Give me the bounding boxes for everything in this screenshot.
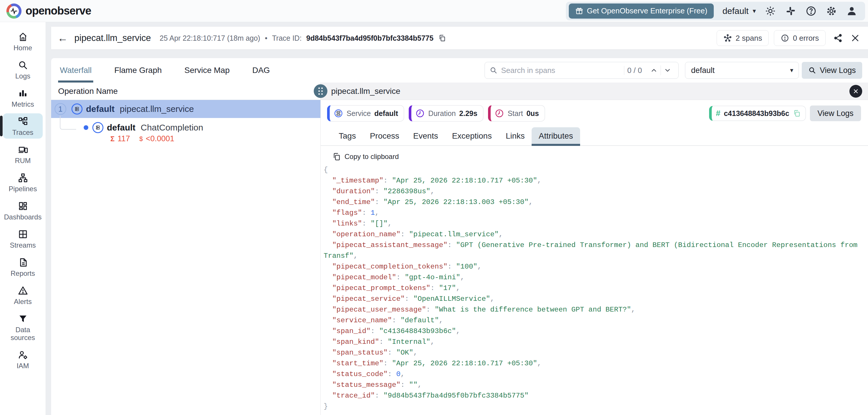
spans-count-badge[interactable]: 2 spans: [717, 30, 769, 46]
sidebar-item-logs[interactable]: Logs: [3, 57, 43, 82]
service-chip: Service default: [327, 105, 404, 121]
account-icon[interactable]: [846, 5, 858, 17]
token-count: 117: [117, 134, 130, 143]
tab-tags[interactable]: Tags: [332, 127, 363, 145]
error-circle-icon: [781, 34, 789, 42]
chevron-down-icon: ▾: [790, 66, 793, 74]
org-selector[interactable]: default ▾: [722, 6, 756, 16]
tab-service-map[interactable]: Service Map: [183, 58, 231, 83]
sidebar-item-streams[interactable]: Streams: [3, 226, 43, 251]
chip-label: Service: [347, 109, 371, 118]
tab-waterfall[interactable]: Waterfall: [58, 58, 93, 83]
sidebar-item-label: IAM: [17, 362, 29, 370]
copy-span-id-icon[interactable]: [793, 109, 801, 117]
trace-id-label: Trace ID:: [272, 34, 302, 42]
chip-value: default: [374, 109, 398, 118]
view-logs-button[interactable]: View Logs: [802, 62, 862, 79]
service-icon: [334, 109, 343, 118]
settings-icon[interactable]: [826, 5, 837, 17]
cost-value: <0.0001: [146, 134, 174, 143]
slack-icon[interactable]: [785, 5, 797, 17]
clock-icon: [495, 109, 504, 118]
trace-view-toolbar: Waterfall Flame Graph Service Map DAG 0 …: [51, 58, 868, 83]
span-search-input[interactable]: [501, 66, 624, 75]
sidebar-item-alerts[interactable]: Alerts: [3, 283, 43, 308]
tab-links[interactable]: Links: [499, 127, 532, 145]
sidebar-item-home[interactable]: Home: [3, 29, 43, 54]
sidebar-item-label: Alerts: [14, 298, 32, 305]
enterprise-button-label: Get OpenObserve Enterprise (Free): [587, 6, 707, 16]
tree-connector: [60, 116, 76, 129]
duration-chip: Duration 2.29s: [409, 105, 484, 121]
tab-dag[interactable]: DAG: [250, 58, 272, 83]
sidebar-item-label: Metrics: [11, 100, 34, 108]
sidebar-item-pipelines[interactable]: Pipelines: [3, 170, 43, 195]
spans-count-label: 2 spans: [736, 34, 762, 43]
sidebar-item-label: Reports: [10, 269, 35, 277]
copy-to-clipboard-button[interactable]: Copy to clipboard: [332, 152, 868, 161]
sidebar-item-label: Dashboards: [4, 213, 41, 221]
span-id-value: c413648843b93b6c: [724, 109, 789, 118]
top-bar: openobserve Get OpenObserve Enterprise (…: [0, 0, 868, 22]
org-selector-value: default: [722, 6, 749, 16]
panel-drag-handle[interactable]: [314, 84, 328, 98]
sidebar-item-iam[interactable]: IAM: [3, 347, 43, 372]
span-row-child[interactable]: default ChatCompletion Σ 117 $ <0.0001: [51, 118, 320, 145]
sidebar-item-metrics[interactable]: Metrics: [3, 85, 43, 111]
help-icon[interactable]: [805, 5, 817, 17]
search-match-counter: 0 / 0: [624, 66, 647, 75]
trace-timestamp: 25 Apr 22:18:10:717 (18m ago): [160, 34, 260, 42]
service-icon: [92, 122, 103, 133]
service-icon: [71, 103, 83, 115]
errors-count-badge[interactable]: 0 errors: [774, 30, 826, 46]
tab-process[interactable]: Process: [363, 127, 406, 145]
sidebar-item-rum[interactable]: RUM: [3, 142, 43, 167]
separator-dot: •: [265, 34, 268, 42]
sidebar-item-reports[interactable]: Reports: [3, 254, 43, 279]
tab-attributes[interactable]: Attributes: [532, 127, 580, 145]
span-row-root[interactable]: 1 default pipecat.llm_service: [51, 100, 320, 118]
page-scroll-gutter[interactable]: [46, 22, 51, 415]
sidebar-item-label: Streams: [10, 241, 36, 249]
tab-events[interactable]: Events: [406, 127, 445, 145]
clock-icon: [415, 109, 425, 118]
sidebar-item-label: Logs: [15, 72, 30, 80]
copy-trace-id-icon[interactable]: [438, 34, 446, 42]
share-icon[interactable]: [833, 33, 843, 43]
chip-value: 2.29s: [459, 109, 477, 118]
spans-icon: [723, 34, 732, 42]
theme-light-icon[interactable]: [765, 5, 776, 17]
gift-icon: [575, 7, 583, 15]
span-tree-panel: Operation Name 1 default pipecat.llm_ser…: [51, 83, 321, 415]
chevron-down-icon: ▾: [753, 7, 756, 15]
sidebar-item-dashboards[interactable]: Dashboards: [3, 198, 43, 223]
next-match-icon[interactable]: [661, 66, 674, 74]
tab-flame-graph[interactable]: Flame Graph: [113, 58, 163, 83]
hash-icon: #: [716, 109, 720, 118]
back-arrow-icon[interactable]: ←: [58, 32, 68, 44]
sidebar-item-data-sources[interactable]: Data sources: [3, 311, 43, 344]
trace-view-card: Waterfall Flame Graph Service Map DAG 0 …: [51, 58, 868, 415]
span-summary-chips: Service default Duration 2.29s: [321, 100, 868, 124]
span-index-badge: 1: [55, 103, 66, 115]
enterprise-button[interactable]: Get OpenObserve Enterprise (Free): [569, 3, 714, 19]
errors-count-label: 0 errors: [793, 34, 819, 43]
prev-match-icon[interactable]: [647, 66, 660, 74]
sidebar-item-traces[interactable]: Traces: [3, 113, 43, 139]
stream-selector[interactable]: default ▾: [685, 62, 799, 79]
tokens-sigma-icon: Σ: [111, 135, 115, 143]
brand-name: openobserve: [26, 5, 91, 17]
start-chip: Start 0us: [488, 105, 545, 121]
child-bullet-icon: [84, 125, 88, 130]
view-span-logs-button[interactable]: View Logs: [810, 106, 861, 121]
tab-exceptions[interactable]: Exceptions: [445, 127, 499, 145]
chip-label: Start: [507, 109, 523, 118]
close-trace-icon[interactable]: [850, 33, 860, 43]
span-llm-metrics: Σ 117 $ <0.0001: [111, 134, 320, 143]
trace-id-value: 9d84b543f7ba4d95f0b7bfc3384b5775: [306, 34, 433, 42]
span-detail-title: pipecat.llm_service: [331, 87, 400, 96]
sidebar-item-label: RUM: [15, 157, 31, 165]
search-icon: [808, 66, 816, 75]
openobserve-logo-icon: [6, 3, 22, 19]
close-panel-icon[interactable]: [849, 85, 862, 98]
